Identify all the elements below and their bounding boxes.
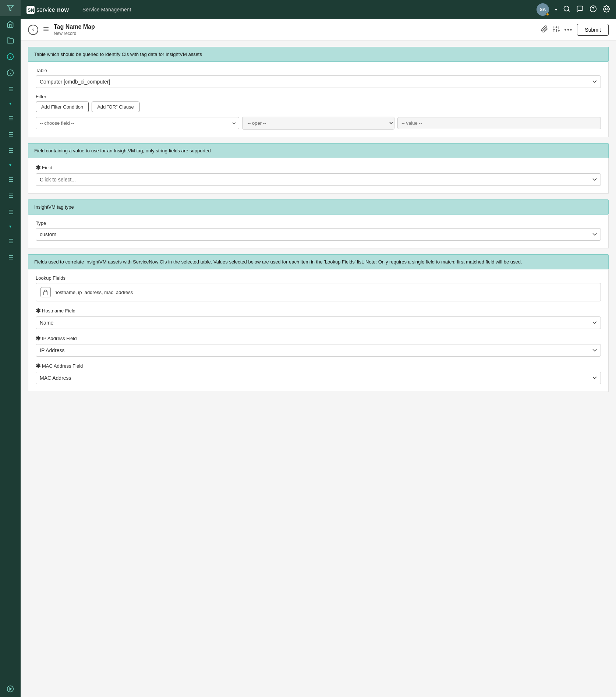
lookup-fields-value: hostname, ip_address, mac_address bbox=[54, 290, 133, 295]
sidebar-play[interactable] bbox=[0, 681, 21, 697]
table-select[interactable]: Computer [cmdb_ci_computer] bbox=[36, 75, 601, 88]
filter-label: Filter bbox=[36, 94, 601, 99]
table-form-section: Table Computer [cmdb_ci_computer] Filter… bbox=[28, 62, 609, 137]
header-actions: ••• Submit bbox=[541, 24, 609, 36]
ip-field-select[interactable]: IP Address bbox=[36, 344, 601, 357]
lock-icon bbox=[40, 287, 51, 297]
record-title-area: Tag Name Map New record bbox=[54, 24, 95, 36]
sidebar-list2[interactable] bbox=[0, 110, 21, 126]
hostname-field-label: ✱ Hostname Field bbox=[36, 307, 601, 314]
field-form-group: ✱ Field Click to select... bbox=[36, 164, 601, 186]
app-title: Service Management bbox=[82, 7, 131, 13]
table-section-banner: Table which should be queried to identif… bbox=[28, 47, 609, 62]
mac-field-label: ✱ MAC Address Field bbox=[36, 362, 601, 369]
svg-point-67 bbox=[564, 6, 569, 11]
svg-point-71 bbox=[606, 8, 608, 10]
sidebar-info2[interactable] bbox=[0, 65, 21, 81]
filter-row: -- choose field -- -- oper -- bbox=[36, 117, 601, 130]
back-button[interactable] bbox=[28, 25, 38, 35]
sidebar-list3[interactable] bbox=[0, 126, 21, 142]
sidebar-home[interactable] bbox=[0, 16, 21, 32]
sidebar-list1[interactable] bbox=[0, 81, 21, 97]
field-select[interactable]: Click to select... bbox=[36, 173, 601, 186]
type-form-group: Type custom bbox=[36, 220, 601, 241]
hostname-required-star: ✱ bbox=[36, 307, 40, 314]
svg-text:SN: SN bbox=[28, 7, 34, 13]
record-subtitle: New record bbox=[54, 31, 95, 36]
tag-type-section-banner: InsightVM tag type bbox=[28, 199, 609, 215]
sidebar-list9[interactable] bbox=[0, 249, 21, 265]
more-options-icon[interactable]: ••• bbox=[564, 26, 573, 33]
svg-marker-62 bbox=[10, 688, 11, 690]
sidebar-triangle3[interactable]: ▼ bbox=[0, 220, 21, 233]
top-nav: SN service now Service Management SA ▾ bbox=[21, 0, 616, 19]
content-area[interactable]: Table which should be queried to identif… bbox=[21, 41, 616, 697]
main-area: SN service now Service Management SA ▾ bbox=[21, 0, 616, 697]
svg-marker-0 bbox=[7, 6, 14, 11]
record-title: Tag Name Map bbox=[54, 24, 95, 30]
mac-field-group: ✱ MAC Address Field MAC Address bbox=[36, 362, 601, 384]
lookup-fields-label: Lookup Fields bbox=[36, 275, 601, 281]
sidebar-list6[interactable] bbox=[0, 188, 21, 204]
hostname-field-select[interactable]: Name bbox=[36, 316, 601, 329]
chat-icon[interactable] bbox=[576, 5, 584, 14]
lookup-form-section: Lookup Fields hostname, ip_address, mac_… bbox=[28, 269, 609, 392]
field-form-section: ✱ Field Click to select... bbox=[28, 158, 609, 194]
lookup-field-display: hostname, ip_address, mac_address bbox=[36, 283, 601, 301]
search-icon[interactable] bbox=[563, 5, 570, 14]
svg-line-68 bbox=[568, 10, 570, 11]
help-icon[interactable] bbox=[590, 5, 597, 14]
filter-oper-container: -- oper -- bbox=[242, 117, 395, 130]
type-label: Type bbox=[36, 220, 601, 226]
filter-value-container bbox=[397, 117, 601, 129]
table-form-group: Table Computer [cmdb_ci_computer] bbox=[36, 68, 601, 88]
field-label: ✱ Field bbox=[36, 164, 601, 171]
submit-button[interactable]: Submit bbox=[577, 24, 609, 36]
ip-required-star: ✱ bbox=[36, 335, 40, 342]
filter-buttons: Add Filter Condition Add "OR" Clause bbox=[36, 102, 601, 112]
hostname-field-group: ✱ Hostname Field Name bbox=[36, 307, 601, 329]
brand-logo: SN service now bbox=[26, 4, 78, 15]
filter-value-input[interactable] bbox=[397, 117, 601, 129]
avatar-notification-dot bbox=[546, 13, 549, 16]
sidebar-list5[interactable] bbox=[0, 171, 21, 188]
filter-form-group: Filter Add Filter Condition Add "OR" Cla… bbox=[36, 94, 601, 130]
type-select[interactable]: custom bbox=[36, 228, 601, 241]
sidebar-filter[interactable] bbox=[0, 0, 21, 16]
tag-type-form-section: Type custom bbox=[28, 215, 609, 248]
sidebar-list8[interactable] bbox=[0, 233, 21, 249]
svg-text:now: now bbox=[57, 7, 69, 13]
sidebar-triangle2[interactable]: ▼ bbox=[0, 159, 21, 171]
svg-text:service: service bbox=[36, 7, 55, 13]
record-header: Tag Name Map New record ••• Submit bbox=[21, 19, 616, 41]
ip-field-group: ✱ IP Address Field IP Address bbox=[36, 335, 601, 357]
table-label: Table bbox=[36, 68, 601, 73]
menu-hamburger-icon[interactable] bbox=[43, 26, 49, 34]
mac-required-star: ✱ bbox=[36, 362, 40, 369]
choose-field-select[interactable]: -- choose field -- bbox=[36, 117, 239, 129]
oper-select[interactable]: -- oper -- bbox=[242, 117, 395, 130]
sliders-icon[interactable] bbox=[553, 25, 560, 35]
attachment-icon[interactable] bbox=[541, 25, 548, 35]
lookup-fields-group: Lookup Fields hostname, ip_address, mac_… bbox=[36, 275, 601, 301]
field-required-star: ✱ bbox=[36, 164, 40, 171]
add-filter-condition-button[interactable]: Add Filter Condition bbox=[36, 102, 89, 112]
sidebar-list7[interactable] bbox=[0, 204, 21, 220]
add-or-clause-button[interactable]: Add "OR" Clause bbox=[92, 102, 139, 112]
settings-icon[interactable] bbox=[603, 5, 610, 14]
svg-rect-84 bbox=[43, 292, 48, 295]
servicenow-logo: SN service now bbox=[26, 4, 78, 15]
filter-field-container: -- choose field -- bbox=[36, 117, 239, 129]
field-section-banner: Field containing a value to use for an I… bbox=[28, 143, 609, 158]
sidebar-triangle1[interactable]: ▼ bbox=[0, 97, 21, 110]
lookup-section-banner: Fields used to correlate InsightVM asset… bbox=[28, 254, 609, 269]
sidebar: ▼ ▼ ▼ bbox=[0, 0, 21, 697]
sidebar-info1[interactable] bbox=[0, 49, 21, 65]
sidebar-folder[interactable] bbox=[0, 32, 21, 49]
top-nav-actions: SA ▾ bbox=[537, 3, 610, 16]
ip-field-label: ✱ IP Address Field bbox=[36, 335, 601, 342]
user-avatar[interactable]: SA bbox=[537, 3, 549, 16]
avatar-chevron[interactable]: ▾ bbox=[555, 7, 557, 12]
mac-field-select[interactable]: MAC Address bbox=[36, 372, 601, 384]
sidebar-list4[interactable] bbox=[0, 142, 21, 159]
